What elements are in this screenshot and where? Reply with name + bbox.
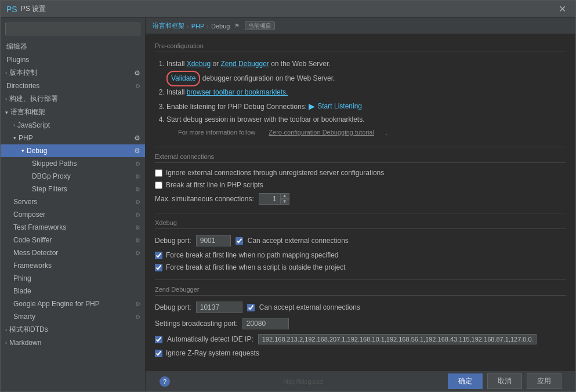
xdebug-debug-port-input[interactable] [196, 235, 231, 246]
sidebar-item-composer[interactable]: Composer ⚙ [1, 208, 145, 221]
debug-settings-icon: ⚙ [134, 147, 140, 155]
external-connections-title: External connections [155, 153, 566, 163]
mess-settings-icon: ⚙ [135, 250, 140, 256]
sidebar-item-debug[interactable]: ▾ Debug ⚙ [1, 144, 145, 157]
watermark-text: http://blog.csd [283, 378, 335, 385]
break-first-line-label: Break at first line in PHP scripts [166, 181, 263, 189]
vcs-settings-icon: ⚙ [134, 69, 140, 77]
zend-can-accept-label: Can accept external connections [259, 303, 360, 311]
zend-ignore-zray-row: Ignore Z-Ray system requests [155, 349, 566, 357]
xdebug-force-break1-label: Force break at first line when no path m… [166, 251, 339, 259]
pre-config-step4: Start debug session in browser with the … [166, 114, 566, 139]
gae-settings-icon: ⚙ [135, 301, 140, 307]
zend-can-accept-checkbox[interactable] [247, 304, 255, 311]
xdebug-force-break1-checkbox[interactable] [155, 252, 162, 259]
close-button[interactable]: ✕ [555, 2, 570, 16]
sidebar-item-markdown[interactable]: › Markdown [1, 336, 145, 349]
sidebar-item-editor[interactable]: 编辑器 [1, 40, 145, 53]
sidebar-item-smarty[interactable]: Smarty ⚙ [1, 310, 145, 323]
breadcrumb-lang[interactable]: 语言和框架 [153, 21, 184, 30]
apply-button[interactable]: 应用 [527, 373, 561, 389]
zend-auto-detect-row: Automatically detect IDE IP: [155, 334, 566, 344]
sidebar-item-google-app-engine[interactable]: Google App Engine for PHP ⚙ [1, 297, 145, 310]
max-conn-row: Max. simultaneous connections: ▲ ▼ [155, 193, 566, 205]
sniffer-settings-icon: ⚙ [135, 237, 140, 244]
sidebar-item-frameworks[interactable]: Frameworks [1, 259, 145, 272]
formats-arrow-icon: › [5, 327, 7, 333]
zend-auto-detect-checkbox[interactable] [155, 336, 162, 343]
break-first-line-checkbox[interactable] [155, 182, 162, 189]
main-content: 编辑器 Plugins › 版本控制 ⚙ Directories ⚙ [1, 18, 575, 391]
sidebar-item-code-sniffer[interactable]: Code Sniffer ⚙ [1, 234, 145, 246]
breadcrumb-badge: ⚑ 当前项目 [232, 22, 275, 30]
ignore-external-row: Ignore external connections through unre… [155, 169, 566, 177]
ok-button[interactable]: 确定 [448, 373, 483, 389]
start-listening-button[interactable]: ▶ Start Listening [309, 99, 362, 114]
sidebar-item-blade[interactable]: Blade [1, 285, 145, 297]
breadcrumb-badge-text: 当前项目 [245, 21, 275, 30]
xdebug-force-break2-label: Force break at first line when a script … [166, 263, 345, 271]
sidebar-item-step-filters[interactable]: Step Filters ⚙ [1, 183, 145, 195]
ignore-external-checkbox[interactable] [155, 169, 162, 177]
zend-debug-port-label: Debug port: [155, 303, 191, 311]
validate-button[interactable]: Validate [166, 71, 200, 87]
breadcrumb-sep1: › [187, 23, 189, 30]
sidebar-item-servers[interactable]: Servers ⚙ [1, 195, 145, 208]
sidebar-item-build[interactable]: › 构建、执行部署 [1, 92, 145, 106]
separator3 [155, 280, 566, 280]
spinbox-up-button[interactable]: ▲ [280, 193, 289, 199]
zend-auto-detect-input[interactable] [258, 334, 537, 344]
xdebug-link[interactable]: Xdebug [187, 60, 211, 68]
zend-debug-port-input[interactable] [196, 302, 242, 313]
title-bar: PS PS 设置 ✕ [1, 1, 575, 18]
build-arrow-icon: › [5, 96, 7, 102]
sidebar-item-directories[interactable]: Directories ⚙ [1, 79, 145, 92]
xdebug-force-break2-row: Force break at first line when a script … [155, 263, 566, 271]
xdebug-can-accept-checkbox[interactable] [236, 237, 243, 245]
step-settings-icon: ⚙ [135, 186, 140, 193]
spinbox-down-button[interactable]: ▼ [280, 199, 289, 205]
sidebar-item-lang[interactable]: ▾ 语言和框架 [1, 106, 145, 119]
settings-scroll: Pre-configuration Install Xdebug or Zend… [146, 34, 575, 371]
browser-toolbar-link[interactable]: browser toolbar or bookmarklets. [187, 88, 288, 96]
zend-broadcast-label: Settings broadcasting port: [155, 320, 238, 328]
dir-settings-icon: ⚙ [135, 83, 140, 89]
skipped-settings-icon: ⚙ [135, 161, 140, 167]
breadcrumb-php[interactable]: PHP [191, 23, 205, 30]
help-button[interactable]: ? [160, 376, 170, 387]
zend-broadcast-input[interactable] [242, 318, 289, 329]
sidebar-item-plugins[interactable]: Plugins [1, 53, 145, 66]
test-settings-icon: ⚙ [135, 224, 140, 231]
sidebar-item-javascript[interactable]: › JavaScript [1, 119, 145, 132]
markdown-arrow-icon: › [5, 340, 7, 346]
sidebar-item-test-frameworks[interactable]: Test Frameworks ⚙ [1, 221, 145, 234]
settings-window: PS PS 设置 ✕ 编辑器 Plugins › 版本控制 [0, 0, 576, 392]
sidebar-item-mess-detector[interactable]: Mess Detector ⚙ [1, 246, 145, 259]
sidebar-item-dbgp-proxy[interactable]: DBGp Proxy ⚙ [1, 170, 145, 183]
sidebar: 编辑器 Plugins › 版本控制 ⚙ Directories ⚙ [1, 18, 146, 391]
xdebug-force-break2-checkbox[interactable] [155, 264, 162, 271]
zend-broadcast-row: Settings broadcasting port: [155, 318, 566, 329]
cancel-button[interactable]: 取消 [487, 373, 522, 389]
break-first-line-row: Break at first line in PHP scripts [155, 181, 566, 189]
bottom-buttons: 确定 取消 应用 [448, 373, 561, 389]
sidebar-item-formats[interactable]: › 模式和DTDs [1, 323, 145, 336]
breadcrumb: 语言和框架 › PHP › Debug ⚑ 当前项目 [146, 18, 575, 34]
sidebar-item-vcs[interactable]: › 版本控制 ⚙ [1, 66, 145, 79]
breadcrumb-sep2: › [207, 23, 209, 30]
sidebar-item-php[interactable]: ▾ PHP ⚙ [1, 132, 145, 144]
zero-config-link[interactable]: Zero-configuration Debugging tutorial [257, 129, 374, 136]
max-conn-input[interactable] [259, 193, 281, 205]
zend-debugger-link[interactable]: Zend Debugger [220, 60, 269, 68]
zend-ignore-zray-checkbox[interactable] [155, 350, 162, 357]
xdebug-debug-port-label: Debug port: [155, 237, 191, 245]
ignore-external-label: Ignore external connections through unre… [166, 169, 384, 177]
sidebar-item-skipped-paths[interactable]: Skipped Paths ⚙ [1, 157, 145, 170]
sidebar-item-phing[interactable]: Phing [1, 272, 145, 285]
php-arrow-icon: ▾ [13, 135, 16, 141]
app-icon: PS [6, 5, 17, 14]
vcs-arrow-icon: › [5, 70, 7, 76]
window-title: PS 设置 [21, 4, 555, 14]
xdebug-debug-port-row: Debug port: Can accept external connecti… [155, 235, 566, 246]
search-input[interactable] [5, 23, 140, 35]
